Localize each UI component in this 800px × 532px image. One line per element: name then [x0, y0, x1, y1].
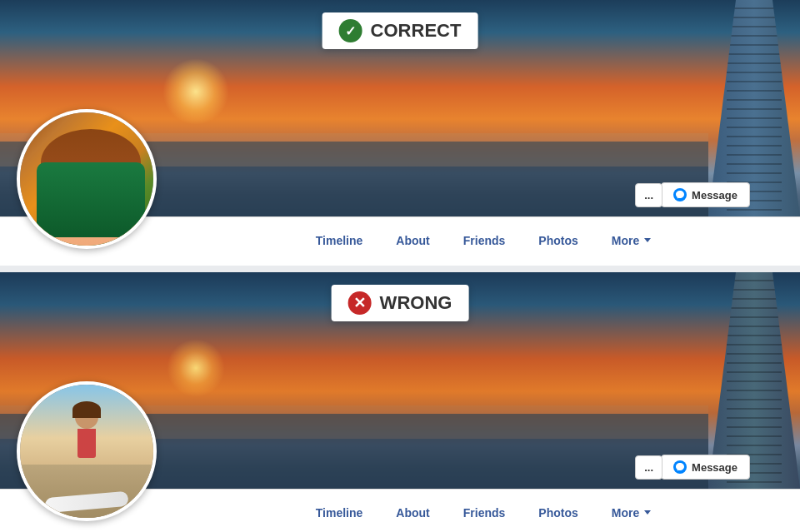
avatar-2	[17, 381, 157, 521]
message-button-1[interactable]: Message	[661, 182, 750, 207]
tab-timeline-2[interactable]: Timeline	[299, 493, 380, 533]
messenger-icon-2	[673, 460, 687, 474]
tab-photos-1[interactable]: Photos	[522, 221, 594, 263]
nav-tabs-2: Timeline About Friends Photos More	[299, 493, 668, 533]
messenger-icon-1	[673, 188, 687, 201]
section-divider	[0, 266, 800, 272]
tab-about-2[interactable]: About	[379, 493, 446, 533]
message-button-2[interactable]: Message	[661, 455, 750, 480]
tab-timeline-1[interactable]: Timeline	[299, 221, 380, 263]
sun-2	[167, 339, 225, 397]
x-icon: ✕	[348, 291, 372, 315]
chevron-down-icon-2	[644, 510, 651, 515]
avatar-1	[17, 109, 157, 249]
tab-more-1[interactable]: More	[595, 221, 668, 263]
correct-section: Message ... ✓ CORRECT Timeline About Fri…	[0, 0, 800, 266]
tab-photos-2[interactable]: Photos	[522, 493, 594, 533]
wrong-section: Message ... ✕ WRONG Timeline About Frien…	[0, 272, 800, 532]
tab-friends-2[interactable]: Friends	[447, 493, 522, 533]
chevron-down-icon-1	[644, 238, 651, 242]
checkmark-icon: ✓	[339, 19, 362, 42]
tab-more-2[interactable]: More	[595, 493, 668, 533]
more-button-2[interactable]: ...	[635, 455, 662, 480]
wrong-badge: ✕ WRONG	[332, 285, 469, 321]
tab-friends-1[interactable]: Friends	[447, 221, 522, 263]
tab-about-1[interactable]: About	[379, 221, 446, 263]
sun-1	[162, 58, 229, 125]
correct-badge: ✓ CORRECT	[322, 12, 478, 49]
nav-tabs-1: Timeline About Friends Photos More	[299, 221, 668, 263]
more-button-1[interactable]: ...	[635, 183, 662, 207]
